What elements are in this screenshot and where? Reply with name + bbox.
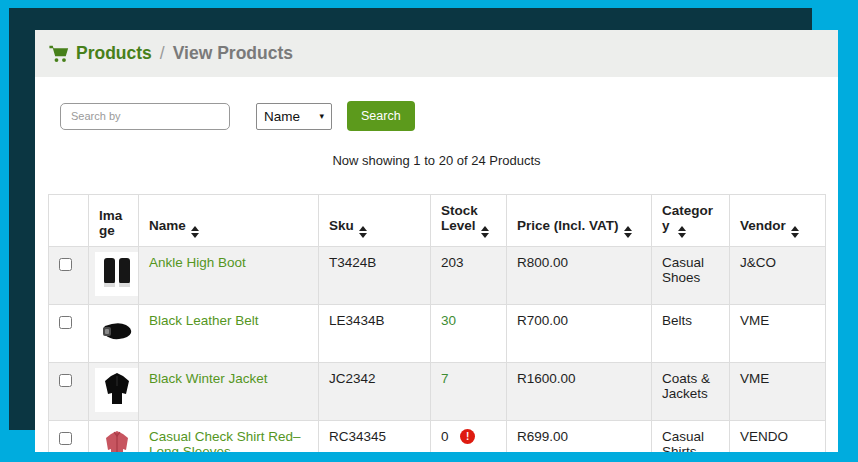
table-row: Ankle High Boot T3424B 203 R800.00 Casua… <box>49 247 826 305</box>
sku-cell: LE3434B <box>319 305 431 363</box>
stock-cell: 30 <box>431 305 507 363</box>
row-checkbox[interactable] <box>59 374 72 387</box>
product-image-casual-check-shirt-red <box>95 426 139 452</box>
vendor-cell: J&CO <box>730 247 826 305</box>
sort-icon <box>191 226 199 238</box>
product-name-link[interactable]: Casual Check Shirt Red– Long Sleeves <box>149 429 301 452</box>
stock-cell: 203 <box>431 247 507 305</box>
header-category-sort[interactable]: Category <box>652 195 730 247</box>
product-name-link[interactable]: Ankle High Boot <box>149 255 246 270</box>
table-header-row: Image Name Sku Stock Level Price (Incl. … <box>49 195 826 247</box>
table-row: Black Leather Belt LE3434B 30 R700.00 Be… <box>49 305 826 363</box>
sku-cell: RC34345 <box>319 421 431 453</box>
category-cell: Casual Shirts <box>652 421 730 453</box>
stock-cell: 7 <box>431 363 507 421</box>
header-stock-sort[interactable]: Stock Level <box>431 195 507 247</box>
table-row: Casual Check Shirt Red– Long Sleeves RC3… <box>49 421 826 453</box>
category-cell: Coats & Jackets <box>652 363 730 421</box>
select-value: Name <box>264 109 300 124</box>
header-image: Image <box>89 195 139 247</box>
products-page: Products / View Products Name ▾ Search N… <box>35 30 838 452</box>
sku-cell: T3424B <box>319 247 431 305</box>
breadcrumb: Products / View Products <box>35 30 838 77</box>
product-image-black-leather-belt <box>95 310 139 354</box>
vendor-cell: VME <box>730 363 826 421</box>
search-input[interactable] <box>60 103 230 130</box>
sku-cell: JC2342 <box>319 363 431 421</box>
shopping-cart-icon <box>49 45 69 63</box>
price-cell: R699.00 <box>507 421 652 453</box>
header-name-sort[interactable]: Name <box>139 195 319 247</box>
row-checkbox[interactable] <box>59 316 72 329</box>
results-count-text: Now showing 1 to 20 of 24 Products <box>35 153 838 168</box>
products-table: Image Name Sku Stock Level Price (Incl. … <box>48 194 826 452</box>
product-image-ankle-high-boot <box>95 252 139 296</box>
search-button[interactable]: Search <box>347 101 415 131</box>
header-vendor-sort[interactable]: Vendor <box>730 195 826 247</box>
price-cell: R800.00 <box>507 247 652 305</box>
out-of-stock-alert-icon: ! <box>460 429 475 444</box>
vendor-cell: VENDO <box>730 421 826 453</box>
sort-icon <box>359 226 367 238</box>
stock-cell: 0 ! <box>431 421 507 453</box>
header-price-sort[interactable]: Price (Incl. VAT) <box>507 195 652 247</box>
row-checkbox[interactable] <box>59 258 72 271</box>
header-sku-sort[interactable]: Sku <box>319 195 431 247</box>
price-cell: R700.00 <box>507 305 652 363</box>
category-cell: Casual Shoes <box>652 247 730 305</box>
table-row: Black Winter Jacket JC2342 7 R1600.00 Co… <box>49 363 826 421</box>
product-name-link[interactable]: Black Winter Jacket <box>149 371 268 386</box>
caret-down-icon: ▾ <box>319 111 324 121</box>
stock-value: 0 <box>441 429 449 444</box>
sort-icon <box>678 226 686 238</box>
price-cell: R1600.00 <box>507 363 652 421</box>
sort-icon <box>791 226 799 238</box>
sort-icon <box>624 226 632 238</box>
breadcrumb-products[interactable]: Products <box>76 43 152 64</box>
breadcrumb-separator: / <box>160 43 165 64</box>
category-cell: Belts <box>652 305 730 363</box>
product-image-black-winter-jacket <box>95 368 139 412</box>
sort-icon <box>481 226 489 238</box>
product-name-link[interactable]: Black Leather Belt <box>149 313 259 328</box>
header-select <box>49 195 89 247</box>
search-controls: Name ▾ Search <box>60 101 813 131</box>
row-checkbox[interactable] <box>59 432 72 445</box>
search-field-select[interactable]: Name ▾ <box>256 103 332 130</box>
breadcrumb-view-products: View Products <box>173 43 293 64</box>
vendor-cell: VME <box>730 305 826 363</box>
